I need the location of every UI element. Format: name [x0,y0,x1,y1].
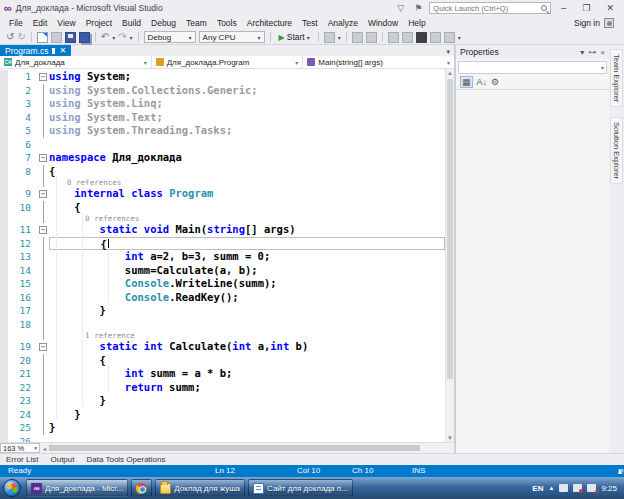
fold-margin[interactable] [38,421,49,435]
breakpoint-margin[interactable] [0,70,8,84]
menu-item-architecture[interactable]: Architecture [242,17,297,29]
code-line[interactable]: 26 [0,435,445,443]
fold-margin[interactable]: − [38,223,49,237]
start-button[interactable] [3,479,21,497]
code-line[interactable]: 3using System.Linq; [0,97,445,111]
bottom-tab-output[interactable]: Output [50,455,74,464]
sign-in-area[interactable]: Sign in [574,18,620,28]
code-text[interactable]: internal class Program [49,187,445,201]
save-icon[interactable] [65,32,76,43]
code-text[interactable]: { [49,354,445,368]
code-text[interactable]: using System; [49,70,445,84]
member-dropdown[interactable]: Main(string[] args)▾ [303,56,454,68]
breakpoint-margin[interactable] [0,237,8,251]
code-text[interactable]: } [49,421,445,435]
profile-badge-icon[interactable] [604,18,614,28]
window-position-dropdown-icon[interactable]: ▾ [580,48,584,57]
bookmark-prev-icon[interactable] [444,32,455,43]
code-line[interactable]: 21 int summ = a * b; [0,367,445,381]
toolbar-options-icon[interactable]: ▾ [458,34,461,41]
close-panel-icon[interactable]: × [600,48,605,57]
menu-item-test[interactable]: Test [297,17,323,29]
taskbar-button-chrome[interactable] [131,479,152,497]
fold-margin[interactable] [38,165,49,179]
fold-margin[interactable] [38,435,49,443]
code-text[interactable]: } [49,394,445,408]
breakpoint-margin[interactable] [0,331,8,340]
indent-decrease-icon[interactable] [388,32,399,43]
code-text[interactable] [49,435,445,443]
fold-margin[interactable] [38,84,49,98]
properties-object-dropdown[interactable]: ▾ [458,61,607,74]
code-text[interactable]: { [49,201,445,215]
close-button[interactable]: ✕ [600,3,620,13]
breakpoint-margin[interactable] [0,250,8,264]
code-text[interactable]: { [49,165,445,179]
solution-platforms-dropdown[interactable]: Any CPU▾ [199,31,265,43]
code-line[interactable]: 18 [0,318,445,332]
code-line[interactable]: 7−namespace Для_доклада [0,151,445,165]
fold-margin[interactable] [38,237,49,251]
notifications-flag-icon[interactable]: ⚑ [411,3,425,13]
taskbar-button-vs[interactable]: ∞Для_доклада - Micr... [26,479,128,497]
taskbar-button-doc[interactable]: Сайт для доклада п... [248,479,353,497]
fold-margin[interactable] [38,111,49,125]
code-text[interactable] [49,138,445,152]
fold-margin[interactable]: − [38,151,49,165]
categorized-icon[interactable]: ▦ [460,76,473,88]
code-line[interactable]: 22 return summ; [0,381,445,395]
tray-update-icon[interactable] [573,484,582,492]
vertical-scrollbar[interactable]: ▲ ▼ [445,69,454,442]
tray-volume-muted-icon[interactable] [587,484,596,492]
fold-margin[interactable]: − [38,340,49,354]
fold-margin[interactable] [38,408,49,422]
navigate-back-icon[interactable]: ↺ [6,31,14,43]
tab-program-cs[interactable]: Program.cs ✕ [0,45,71,56]
code-line[interactable]: 25} [0,421,445,435]
code-line[interactable]: 9− internal class Program [0,187,445,201]
code-text[interactable]: using System.Collections.Generic; [49,84,445,98]
breakpoint-margin[interactable] [0,138,8,152]
breakpoint-margin[interactable] [0,318,8,332]
new-file-icon[interactable] [37,32,48,43]
breakpoint-margin[interactable] [0,421,8,435]
code-line[interactable]: 1−using System; [0,70,445,84]
breakpoint-margin[interactable] [0,223,8,237]
code-line[interactable]: 4using System.Text; [0,111,445,125]
bottom-tab-error-list[interactable]: Error List [6,455,38,464]
code-text[interactable]: using System.Linq; [49,97,445,111]
bottom-tab-data-tools-operations[interactable]: Data Tools Operations [86,455,165,464]
code-text[interactable] [49,318,445,332]
redo-dropdown-icon[interactable]: ▾ [130,34,133,41]
code-text[interactable]: } [49,408,445,422]
quick-launch-input[interactable] [433,4,541,13]
code-text[interactable]: using System.Threading.Tasks; [49,124,445,138]
code-line[interactable]: 12 { [0,237,445,251]
breakpoint-margin[interactable] [0,151,8,165]
uncomment-icon[interactable] [366,32,377,43]
breakpoint-margin[interactable] [0,354,8,368]
breakpoint-margin[interactable] [0,264,8,278]
sign-in-label[interactable]: Sign in [574,18,600,28]
code-line[interactable]: 2using System.Collections.Generic; [0,84,445,98]
fold-margin[interactable] [38,277,49,291]
breakpoint-margin[interactable] [0,291,8,305]
code-text[interactable]: namespace Для_доклада [49,151,445,165]
bookmark-next-icon[interactable] [430,32,441,43]
fold-margin[interactable]: − [38,187,49,201]
breakpoint-margin[interactable] [0,124,8,138]
fold-margin[interactable] [38,394,49,408]
minimize-button[interactable]: – [555,3,572,13]
fold-margin[interactable] [38,318,49,332]
horizontal-scroll-thumb[interactable] [49,445,420,451]
fold-margin[interactable] [38,291,49,305]
fold-margin[interactable] [38,264,49,278]
collapse-box-icon[interactable]: − [39,154,47,162]
code-editor[interactable]: 1−using System;2using System.Collections… [0,69,454,442]
code-line[interactable]: 10 { [0,201,445,215]
code-line[interactable]: 16 Console.ReadKey(); [0,291,445,305]
code-text[interactable]: } [49,304,445,318]
vertical-scroll-thumb[interactable] [447,79,453,379]
start-debugging-button[interactable]: ▶ Start ▾ [276,32,313,42]
code-line[interactable]: 13 int a=2, b=3, summ = 0; [0,250,445,264]
